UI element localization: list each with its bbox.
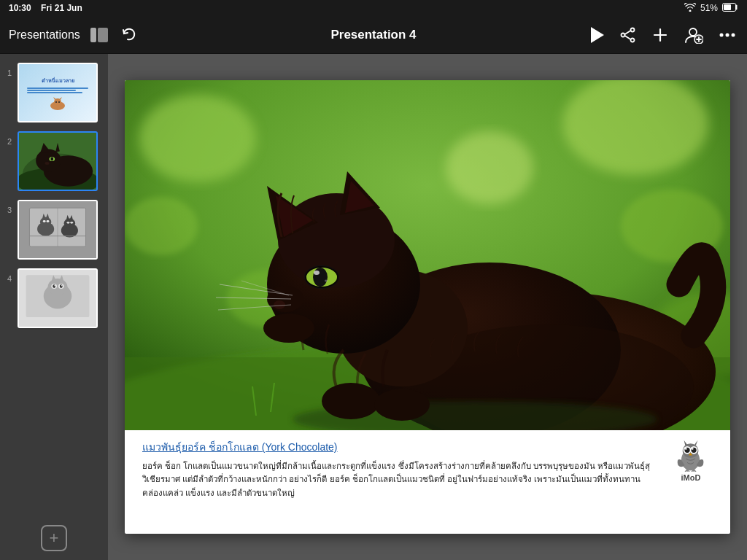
add-slide-button[interactable]: + [41, 525, 67, 551]
more-button[interactable] [716, 30, 738, 40]
svg-point-90 [313, 268, 328, 287]
status-date: Fri 21 Jun [41, 3, 82, 13]
slide-num-1: 1 [4, 69, 15, 77]
svg-point-63 [61, 285, 63, 287]
imod-text: iMoD [681, 473, 701, 482]
svg-point-103 [374, 389, 430, 421]
slide-thumbnail-1[interactable]: 1 ตำหนี่แมวลาย [0, 60, 108, 125]
toolbar: Presentations Presentation 4 [0, 16, 747, 54]
svg-point-91 [314, 271, 320, 275]
slide-body: ยอร์ค ช็อก โกแลตเป็นแมวขนาดใหญ่ที่มีกล้า… [142, 459, 657, 499]
battery-percent: 51% [700, 3, 718, 13]
svg-point-42 [43, 220, 46, 222]
slide-canvas: แมวพันธุ์ยอร์ค ช็อกโกแลต (York Chocolate… [125, 80, 730, 534]
presentation-title: Presentation 4 [175, 28, 572, 42]
toolbar-right [578, 23, 738, 47]
svg-point-102 [322, 383, 380, 419]
status-icons: 51% [684, 3, 738, 13]
slide-text-area: แมวพันธุ์ยอร์ค ช็อกโกแลต (York Chocolate… [125, 430, 730, 534]
svg-point-65 [139, 95, 256, 182]
svg-point-43 [47, 220, 50, 222]
svg-point-6 [622, 33, 625, 36]
svg-point-55 [48, 279, 68, 295]
main-content: 1 ตำหนี่แมวลาย [0, 54, 747, 560]
profile-button[interactable] [681, 23, 706, 47]
panel-toggle-button[interactable] [88, 25, 111, 45]
svg-point-62 [54, 285, 55, 287]
add-slide-label: + [50, 529, 59, 548]
battery-icon [722, 3, 738, 13]
svg-point-33 [50, 158, 53, 161]
svg-point-67 [446, 131, 533, 204]
svg-point-39 [40, 217, 51, 227]
slide-panel: 1 ตำหนี่แมวลาย [0, 54, 108, 560]
svg-point-113 [692, 448, 694, 450]
svg-point-100 [263, 314, 314, 343]
svg-point-45 [64, 219, 75, 228]
svg-marker-107 [694, 440, 698, 446]
svg-point-17 [726, 33, 729, 36]
svg-point-61 [60, 284, 63, 288]
svg-point-12 [689, 28, 697, 36]
svg-point-34 [45, 162, 50, 165]
toolbar-left: Presentations [9, 24, 169, 46]
editor-area: แมวพันธุ์ยอร์ค ช็อกโกแลต (York Chocolate… [108, 54, 747, 560]
svg-point-29 [36, 149, 61, 172]
slide-photo [125, 80, 730, 430]
slide-thumbnail-4[interactable]: 4 [0, 265, 108, 331]
svg-line-8 [625, 36, 631, 39]
share-button[interactable] [617, 24, 639, 46]
svg-rect-3 [98, 28, 108, 42]
svg-point-5 [631, 28, 635, 31]
slide-thumb-1[interactable]: ตำหนี่แมวลาย [18, 63, 98, 122]
slide-title: แมวพันธุ์ยอร์ค ช็อกโกแลต (York Chocolate… [142, 439, 657, 455]
imod-logo: iMoD [669, 439, 713, 482]
imod-owl-icon [673, 439, 709, 472]
svg-point-92 [325, 280, 328, 282]
svg-point-112 [685, 448, 687, 450]
slide-thumb-4[interactable] [18, 268, 98, 328]
svg-point-24 [58, 101, 60, 103]
svg-rect-1 [724, 4, 731, 10]
status-time: 10:30 [9, 3, 31, 13]
svg-point-16 [720, 33, 724, 36]
slide-num-3: 3 [4, 206, 15, 214]
cat-photo-svg [125, 80, 730, 430]
wifi-icon [684, 3, 696, 13]
svg-point-7 [631, 38, 635, 42]
slide-thumbnail-2[interactable]: 2 [0, 128, 108, 194]
undo-button[interactable] [118, 24, 140, 46]
svg-marker-106 [684, 440, 688, 446]
play-button[interactable] [588, 24, 607, 46]
svg-marker-4 [591, 27, 604, 43]
slide-thumb-3[interactable] [18, 200, 98, 260]
svg-line-9 [625, 31, 631, 34]
svg-point-60 [53, 284, 55, 288]
add-button[interactable] [649, 24, 671, 46]
status-time-date: 10:30 Fri 21 Jun [9, 3, 82, 13]
svg-point-69 [125, 197, 198, 255]
svg-point-23 [55, 101, 57, 103]
svg-rect-2 [90, 28, 96, 42]
slide-thumbnail-3[interactable]: 3 [0, 197, 108, 262]
slide-num-2: 2 [4, 137, 15, 146]
status-bar: 10:30 Fri 21 Jun 51% [0, 0, 747, 16]
svg-point-18 [732, 33, 735, 36]
presentations-label[interactable]: Presentations [9, 28, 80, 42]
svg-point-48 [67, 222, 70, 224]
svg-point-49 [70, 222, 73, 224]
slide-text-content: แมวพันธุ์ยอร์ค ช็อกโกแลต (York Chocolate… [142, 439, 657, 499]
svg-point-95 [274, 300, 285, 309]
slide-thumb-2[interactable] [18, 131, 98, 191]
slide-num-4: 4 [4, 274, 15, 283]
